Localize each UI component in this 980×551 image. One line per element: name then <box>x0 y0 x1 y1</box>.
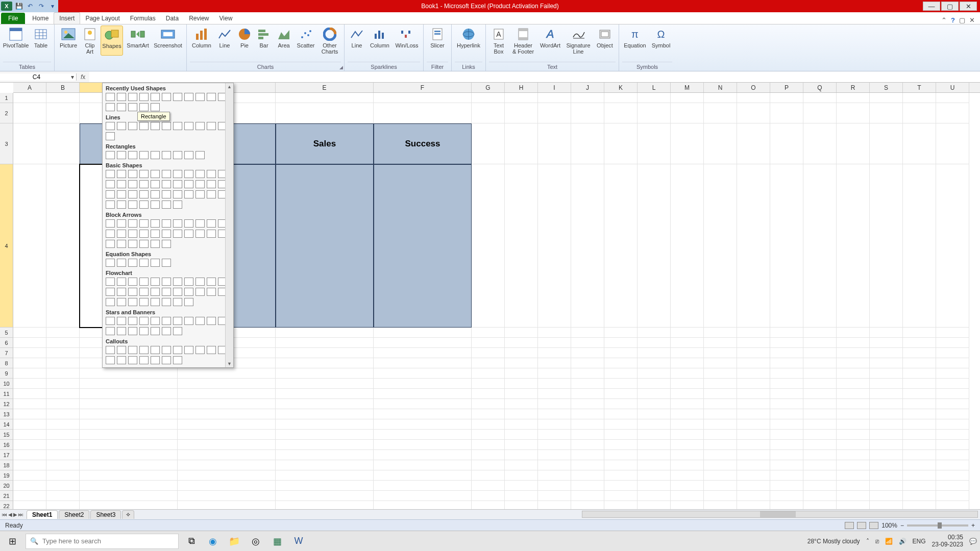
shape-item[interactable] <box>117 259 126 267</box>
shape-item[interactable] <box>162 190 171 198</box>
cell-I20[interactable] <box>538 481 571 491</box>
shape-item[interactable] <box>106 327 115 335</box>
cell-B12[interactable] <box>46 399 80 409</box>
cell-U20[interactable] <box>936 481 969 491</box>
row-header-20[interactable]: 20 <box>0 481 13 491</box>
cell-A1[interactable] <box>13 93 46 103</box>
cell-D15[interactable] <box>178 430 276 440</box>
cell-O9[interactable] <box>737 368 770 379</box>
cell-E18[interactable] <box>276 460 374 470</box>
cell-D20[interactable] <box>178 481 276 491</box>
shape-item[interactable] <box>106 230 115 238</box>
cell-J6[interactable] <box>571 338 604 348</box>
cell-Q22[interactable] <box>803 501 837 509</box>
cell-N10[interactable] <box>704 379 737 389</box>
cell-E14[interactable] <box>276 419 374 430</box>
cell-L3[interactable] <box>638 123 671 164</box>
cell-T4[interactable] <box>903 164 936 328</box>
shape-item[interactable] <box>195 122 205 130</box>
cell-G11[interactable] <box>472 389 505 399</box>
cell-F2[interactable] <box>374 103 472 123</box>
cell-B6[interactable] <box>46 338 80 348</box>
cell-A6[interactable] <box>13 338 46 348</box>
cell-T11[interactable] <box>903 389 936 399</box>
cell-J9[interactable] <box>571 368 604 379</box>
cell-M13[interactable] <box>671 409 704 419</box>
cell-A9[interactable] <box>13 368 46 379</box>
cell-N1[interactable] <box>704 93 737 103</box>
cell-L12[interactable] <box>638 399 671 409</box>
cell-B10[interactable] <box>46 379 80 389</box>
tab-formulas[interactable]: Formulas <box>125 13 161 24</box>
cell-S16[interactable] <box>870 440 903 450</box>
cell-S20[interactable] <box>870 481 903 491</box>
cell-L13[interactable] <box>638 409 671 419</box>
shape-item[interactable] <box>128 190 137 198</box>
cell-N5[interactable] <box>704 328 737 338</box>
row-header-7[interactable]: 7 <box>0 348 13 358</box>
sheet-next-icon[interactable]: ▶ <box>13 512 17 517</box>
tray-lang-icon[interactable]: ENG <box>913 538 926 545</box>
cell-N18[interactable] <box>704 460 737 470</box>
cell-P16[interactable] <box>770 440 803 450</box>
tab-view[interactable]: View <box>214 13 238 24</box>
shape-item[interactable] <box>139 151 149 159</box>
screenshot-button[interactable]: Screenshot <box>153 26 183 56</box>
cell-U21[interactable] <box>936 491 969 501</box>
cell-S14[interactable] <box>870 419 903 430</box>
shape-item[interactable] <box>195 219 205 228</box>
shape-item[interactable] <box>173 356 182 364</box>
cell-J1[interactable] <box>571 93 604 103</box>
shape-item[interactable] <box>184 298 193 306</box>
row-header-6[interactable]: 6 <box>0 338 13 348</box>
cell-P11[interactable] <box>770 389 803 399</box>
shape-item[interactable] <box>173 327 182 335</box>
shape-item[interactable] <box>173 151 182 159</box>
redo-icon[interactable]: ↷ <box>37 2 46 11</box>
cell-M22[interactable] <box>671 501 704 509</box>
cell-R17[interactable] <box>837 450 870 460</box>
cell-K15[interactable] <box>604 430 638 440</box>
cell-H11[interactable] <box>505 389 538 399</box>
shape-item[interactable] <box>173 170 182 178</box>
shape-item[interactable] <box>117 240 126 248</box>
word-taskbar-icon[interactable]: W <box>290 534 307 549</box>
shape-item[interactable] <box>184 219 193 228</box>
cell-P4[interactable] <box>770 164 803 328</box>
cell-G22[interactable] <box>472 501 505 509</box>
shape-item[interactable] <box>162 122 171 130</box>
cell-P1[interactable] <box>770 93 803 103</box>
cell-L8[interactable] <box>638 358 671 368</box>
cell-P7[interactable] <box>770 348 803 358</box>
cell-E16[interactable] <box>276 440 374 450</box>
cell-M11[interactable] <box>671 389 704 399</box>
name-box-dropdown-icon[interactable]: ▾ <box>71 73 74 81</box>
name-box-input[interactable] <box>2 73 71 81</box>
cell-O11[interactable] <box>737 389 770 399</box>
cell-B1[interactable] <box>46 93 80 103</box>
shape-item[interactable] <box>117 201 126 209</box>
shape-item[interactable] <box>173 230 182 238</box>
cell-T16[interactable] <box>903 440 936 450</box>
row-header-5[interactable]: 5 <box>0 328 13 338</box>
cell-N17[interactable] <box>704 450 737 460</box>
cell-P8[interactable] <box>770 358 803 368</box>
cell-Q2[interactable] <box>803 103 837 123</box>
shape-item[interactable] <box>106 103 115 111</box>
shape-item[interactable] <box>162 93 171 101</box>
cell-B7[interactable] <box>46 348 80 358</box>
cell-T15[interactable] <box>903 430 936 440</box>
shape-item[interactable] <box>207 278 216 286</box>
cell-F20[interactable] <box>374 481 472 491</box>
shape-item[interactable] <box>106 298 115 306</box>
cell-E19[interactable] <box>276 470 374 481</box>
shape-item[interactable] <box>139 317 149 325</box>
scroll-down-icon[interactable]: ▼ <box>226 360 233 367</box>
cell-D19[interactable] <box>178 470 276 481</box>
cell-H18[interactable] <box>505 460 538 470</box>
zoom-thumb[interactable] <box>938 522 942 529</box>
shape-item[interactable] <box>184 170 193 178</box>
cell-M7[interactable] <box>671 348 704 358</box>
cell-H7[interactable] <box>505 348 538 358</box>
cell-F14[interactable] <box>374 419 472 430</box>
